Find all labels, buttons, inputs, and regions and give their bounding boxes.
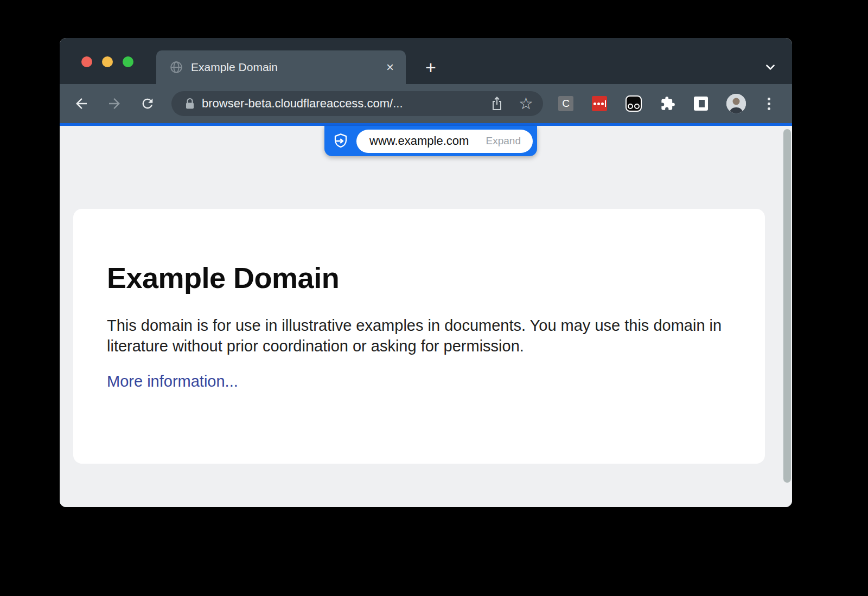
scrollbar-thumb[interactable] [783, 129, 791, 483]
goggles-extension-icon[interactable] [626, 95, 642, 112]
back-button[interactable] [69, 92, 93, 116]
browser-window: Example Domain × + [60, 38, 792, 507]
page-title: Example Domain [107, 261, 731, 294]
extensions-puzzle-icon[interactable] [660, 96, 675, 111]
bookmark-star-icon[interactable]: ☆ [519, 95, 533, 112]
more-information-link[interactable]: More information... [107, 373, 238, 390]
forward-button[interactable] [103, 92, 126, 116]
browser-menu-icon[interactable] [768, 98, 770, 110]
tab-strip: Example Domain × + [60, 38, 792, 84]
url-text[interactable]: browser-beta.cloudflareaccess.com/... [202, 97, 490, 111]
isolated-domain-text: www.example.com [369, 134, 486, 148]
share-icon[interactable] [490, 96, 503, 111]
zoom-window-button[interactable] [123, 56, 133, 67]
globe-favicon-icon [169, 60, 183, 74]
isolation-domain-pill[interactable]: www.example.com Expand [324, 126, 537, 156]
page-paragraph: This domain is for use in illustrative e… [107, 315, 731, 356]
content-card: Example Domain This domain is for use in… [73, 209, 765, 464]
lastpass-extension-icon[interactable] [592, 96, 607, 111]
vertical-scrollbar[interactable] [783, 126, 792, 507]
minimize-window-button[interactable] [102, 56, 113, 67]
url-bar[interactable]: browser-beta.cloudflareaccess.com/... ☆ [171, 91, 543, 116]
extensions-row: C [558, 94, 775, 113]
c-extension-icon[interactable]: C [558, 96, 573, 111]
lock-icon [184, 97, 195, 110]
tab-title: Example Domain [191, 61, 386, 74]
reload-button[interactable] [136, 92, 159, 116]
new-tab-button[interactable]: + [420, 56, 442, 78]
tab-search-chevron-icon[interactable] [762, 59, 779, 76]
close-window-button[interactable] [81, 56, 92, 67]
tab-close-icon[interactable]: × [386, 61, 394, 74]
expand-button[interactable]: Expand [486, 135, 521, 147]
side-panel-icon[interactable] [694, 97, 708, 111]
window-controls [81, 56, 133, 67]
isolation-domain-field[interactable]: www.example.com Expand [356, 130, 533, 153]
shield-arrow-icon [332, 132, 349, 150]
profile-avatar[interactable] [726, 94, 746, 113]
browser-toolbar: browser-beta.cloudflareaccess.com/... ☆ … [60, 84, 792, 123]
page-viewport: www.example.com Expand Example Domain Th… [60, 126, 792, 507]
tab-example-domain[interactable]: Example Domain × [156, 50, 406, 84]
